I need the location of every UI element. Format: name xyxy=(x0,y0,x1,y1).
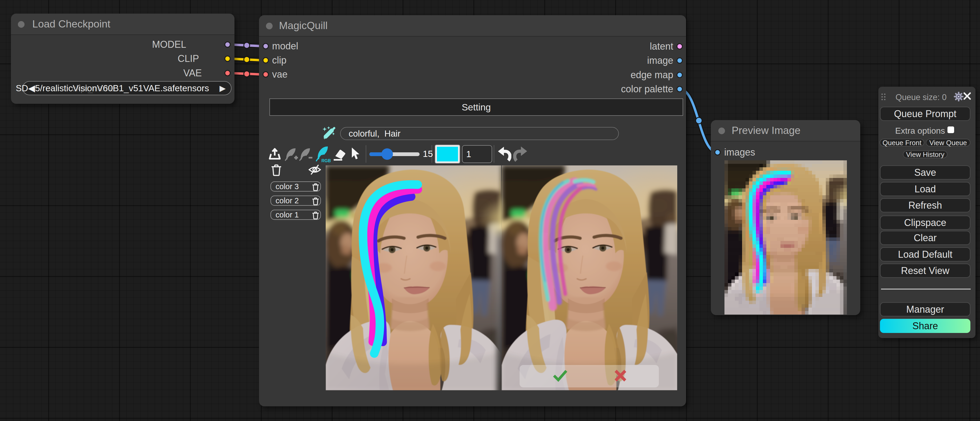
svg-text:RGB: RGB xyxy=(321,158,331,163)
